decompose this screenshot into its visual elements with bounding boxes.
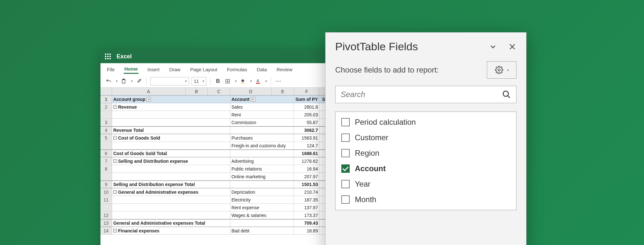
close-icon[interactable] <box>508 43 516 51</box>
row-number[interactable]: 14 <box>100 227 112 234</box>
cell[interactable]: 1563.91 <box>294 134 319 142</box>
column-header-f[interactable]: F <box>294 88 319 95</box>
cell[interactable]: Purchases <box>230 134 294 142</box>
font-size-selector[interactable]: 11▾ <box>192 77 206 85</box>
cell[interactable]: 18.89 <box>294 227 319 234</box>
paste-dropdown-icon[interactable]: ▾ <box>131 79 133 83</box>
row-number[interactable] <box>100 204 112 211</box>
cell[interactable]: 187.35 <box>294 196 319 203</box>
field-item[interactable]: Account <box>339 161 512 176</box>
cell[interactable]: Account▾ <box>230 96 294 103</box>
field-checkbox[interactable] <box>341 149 350 157</box>
table-row[interactable]: 1Account group▾Account▾Sum of PYSum of <box>100 95 339 103</box>
cell[interactable] <box>112 211 230 219</box>
cell[interactable]: Electricity <box>230 196 294 203</box>
cell[interactable]: 1688.61 <box>294 150 319 157</box>
cell[interactable]: 210.74 <box>294 188 319 196</box>
cell[interactable] <box>112 165 230 172</box>
cell[interactable]: 1276.62 <box>294 157 319 165</box>
cell[interactable]: 2801.8 <box>294 103 319 111</box>
cell[interactable]: Rent expense <box>230 204 294 211</box>
cell[interactable]: Bad debt <box>230 227 294 234</box>
row-number[interactable] <box>100 173 112 180</box>
cell[interactable] <box>112 119 230 126</box>
tab-home[interactable]: Home <box>124 64 138 74</box>
column-header-a[interactable]: A <box>112 88 185 95</box>
table-row[interactable]: Freigh-in and customs duty124.7 <box>100 142 339 150</box>
table-row[interactable]: Online marketing207.972 <box>100 173 339 181</box>
paste-icon[interactable] <box>120 78 127 85</box>
table-row[interactable]: 7Selling and Distribution expenseAdverti… <box>100 157 339 165</box>
search-input[interactable] <box>341 90 502 99</box>
cell[interactable] <box>112 204 230 211</box>
fill-color-dropdown-icon[interactable]: ▾ <box>250 79 252 83</box>
field-checkbox[interactable] <box>341 195 350 204</box>
fill-color-icon[interactable] <box>239 78 246 85</box>
table-row[interactable]: 3Commission55.87 <box>100 119 339 126</box>
cell[interactable]: Rent <box>230 111 294 118</box>
table-row[interactable]: 6Cost of Goods Sold Total1688.6123 <box>100 150 339 157</box>
row-number[interactable]: 5 <box>100 134 112 142</box>
cell[interactable] <box>112 173 230 180</box>
cell[interactable]: 205.03 <box>294 111 319 118</box>
field-item[interactable]: Region <box>339 145 512 161</box>
row-number[interactable]: 1 <box>100 96 112 103</box>
collapse-group-icon[interactable] <box>113 136 117 140</box>
column-header-c[interactable]: C <box>208 88 230 95</box>
tab-review[interactable]: Review <box>276 65 293 74</box>
collapse-group-icon[interactable] <box>113 229 117 232</box>
cell[interactable]: General and Administrative expenses <box>112 188 230 196</box>
row-number[interactable]: 12 <box>100 211 112 219</box>
row-number[interactable]: 4 <box>100 127 112 134</box>
row-number[interactable]: 2 <box>100 103 112 111</box>
row-number[interactable]: 13 <box>100 220 112 227</box>
filter-dropdown-icon[interactable]: ▾ <box>251 97 255 102</box>
table-row[interactable]: 14Financial expensesBad debt18.89 <box>100 227 339 235</box>
cell[interactable]: 3062.7 <box>294 127 319 134</box>
cell[interactable]: General and Administrative expenses Tota… <box>112 220 230 227</box>
tab-draw[interactable]: Draw <box>168 65 181 74</box>
table-row[interactable]: 5Cost of Goods SoldPurchases1563.9123 <box>100 134 339 142</box>
cell[interactable] <box>112 196 230 203</box>
row-number[interactable]: 7 <box>100 157 112 165</box>
table-row[interactable]: 10General and Administrative expensesDep… <box>100 188 339 196</box>
tab-data[interactable]: Data <box>256 65 268 74</box>
field-checkbox[interactable] <box>341 180 350 188</box>
tab-formulas[interactable]: Formulas <box>226 65 248 74</box>
cell[interactable]: Account group▾ <box>112 96 230 103</box>
cell[interactable]: Freigh-in and customs duty <box>230 142 294 149</box>
field-checkbox[interactable] <box>341 164 350 173</box>
format-painter-icon[interactable] <box>135 78 142 85</box>
table-row[interactable]: 8Public relations16.941 <box>100 165 339 173</box>
filter-dropdown-icon[interactable]: ▾ <box>147 97 151 102</box>
field-item[interactable]: Customer <box>339 130 512 145</box>
row-number[interactable]: 9 <box>100 181 112 188</box>
font-color-icon[interactable]: A <box>254 78 261 85</box>
cell[interactable]: Selling and Distribution expense Total <box>112 181 230 188</box>
table-row[interactable]: Rent205.032 <box>100 111 339 119</box>
cell[interactable]: Cost of Goods Sold Total <box>112 150 230 157</box>
cell[interactable]: Sum of PY <box>294 96 319 103</box>
font-color-dropdown-icon[interactable]: ▾ <box>265 79 267 83</box>
table-row[interactable]: 12Wages & salaries173.37 <box>100 211 339 219</box>
undo-dropdown-icon[interactable]: ▾ <box>116 79 118 83</box>
collapse-group-icon[interactable] <box>113 105 117 109</box>
spreadsheet-grid[interactable]: 1Account group▾Account▾Sum of PYSum of2R… <box>100 95 339 235</box>
cell[interactable]: 16.94 <box>294 165 319 172</box>
borders-dropdown-icon[interactable]: ▾ <box>235 79 237 83</box>
cell[interactable]: 173.37 <box>294 211 319 219</box>
column-header-b[interactable]: B <box>185 88 208 95</box>
field-checkbox[interactable] <box>341 133 350 142</box>
cell[interactable]: Financial expenses <box>112 227 230 234</box>
table-row[interactable]: 11Electricity187.355 <box>100 196 339 204</box>
bold-button[interactable]: B <box>214 78 222 85</box>
column-header-e[interactable]: E <box>272 88 294 95</box>
table-row[interactable]: 4Revenue Total3062.740 <box>100 126 339 134</box>
cell[interactable] <box>230 181 294 188</box>
cell[interactable] <box>230 150 294 157</box>
more-options-icon[interactable]: ··· <box>275 78 282 85</box>
cell[interactable]: Depriciation <box>230 188 294 196</box>
column-header-d[interactable]: D <box>230 88 272 95</box>
table-row[interactable]: Rent expense137.971 <box>100 204 339 211</box>
row-number[interactable]: 3 <box>100 119 112 126</box>
